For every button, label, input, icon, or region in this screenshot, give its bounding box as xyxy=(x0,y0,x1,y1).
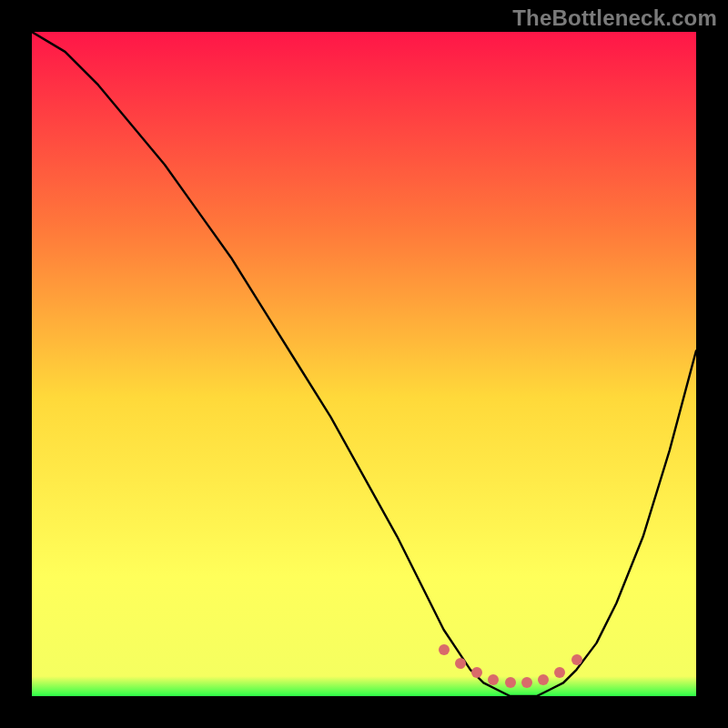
optimal-marker xyxy=(521,677,532,688)
optimal-marker xyxy=(571,654,582,665)
optimal-marker xyxy=(439,644,450,655)
marker-layer xyxy=(32,32,696,696)
optimal-marker xyxy=(538,674,549,685)
optimal-marker xyxy=(471,667,482,678)
optimal-marker xyxy=(505,677,516,688)
watermark-text: TheBottleneck.com xyxy=(512,5,717,31)
optimal-marker xyxy=(488,674,499,685)
plot-area xyxy=(32,32,696,696)
optimal-marker xyxy=(554,667,565,678)
chart-stage: TheBottleneck.com xyxy=(0,0,728,728)
optimal-marker xyxy=(455,658,466,669)
